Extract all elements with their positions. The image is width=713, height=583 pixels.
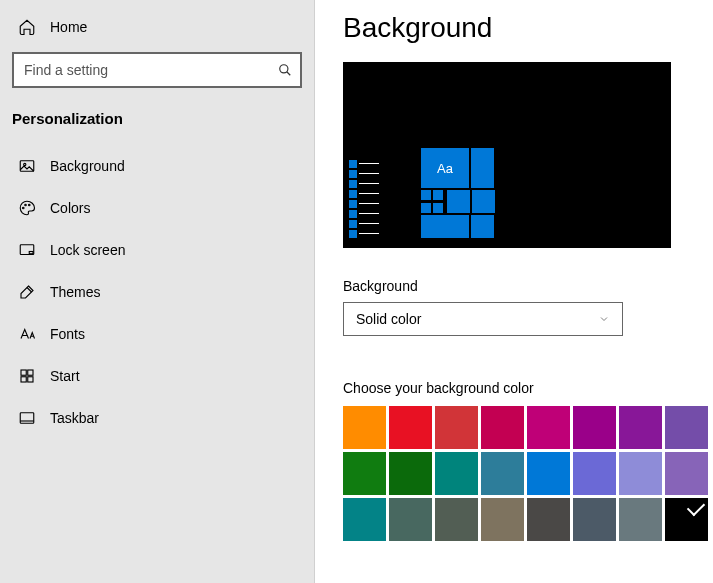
search-input[interactable] — [12, 52, 302, 88]
home-icon — [18, 18, 36, 36]
themes-icon — [18, 283, 36, 301]
color-swatch[interactable] — [389, 406, 432, 449]
svg-rect-10 — [28, 370, 33, 375]
start-icon — [18, 367, 36, 385]
sidebar-item-background[interactable]: Background — [0, 145, 314, 187]
svg-rect-7 — [20, 245, 34, 255]
svg-line-1 — [287, 72, 291, 76]
svg-rect-8 — [29, 252, 33, 254]
search-wrap — [12, 52, 302, 88]
color-swatch[interactable] — [389, 498, 432, 541]
color-section-label: Choose your background color — [343, 380, 685, 396]
home-label: Home — [50, 19, 87, 35]
dropdown-value: Solid color — [356, 311, 421, 327]
color-swatch[interactable] — [481, 406, 524, 449]
svg-rect-9 — [21, 370, 26, 375]
svg-rect-12 — [28, 377, 33, 382]
settings-sidebar: Home Personalization Background Colors L… — [0, 0, 315, 583]
sidebar-item-label: Start — [50, 368, 80, 384]
color-swatch[interactable] — [343, 498, 386, 541]
sidebar-item-taskbar[interactable]: Taskbar — [0, 397, 314, 439]
preview-start-list — [349, 159, 379, 238]
sidebar-item-label: Fonts — [50, 326, 85, 342]
color-swatch[interactable] — [343, 452, 386, 495]
chevron-down-icon — [598, 313, 610, 325]
preview-sample-tile: Aa — [421, 148, 469, 188]
lockscreen-icon — [18, 241, 36, 259]
sidebar-item-label: Themes — [50, 284, 101, 300]
color-swatch[interactable] — [619, 452, 662, 495]
sidebar-item-label: Colors — [50, 200, 90, 216]
svg-point-4 — [23, 207, 25, 209]
sidebar-item-label: Taskbar — [50, 410, 99, 426]
desktop-preview: Aa — [343, 62, 671, 248]
svg-point-5 — [25, 204, 27, 206]
sidebar-item-colors[interactable]: Colors — [0, 187, 314, 229]
sidebar-item-themes[interactable]: Themes — [0, 271, 314, 313]
color-swatch[interactable] — [527, 452, 570, 495]
color-swatch[interactable] — [343, 406, 386, 449]
image-icon — [18, 157, 36, 175]
background-dropdown[interactable]: Solid color — [343, 302, 623, 336]
color-swatch[interactable] — [435, 452, 478, 495]
page-title: Background — [343, 12, 685, 44]
svg-point-0 — [280, 65, 288, 73]
main-content: Background Aa — [315, 0, 713, 583]
background-field-label: Background — [343, 278, 685, 294]
color-swatch[interactable] — [619, 498, 662, 541]
section-title: Personalization — [0, 96, 314, 145]
color-swatch-grid — [343, 406, 713, 541]
color-swatch[interactable] — [527, 406, 570, 449]
svg-rect-11 — [21, 377, 26, 382]
svg-point-6 — [29, 204, 31, 206]
color-swatch[interactable] — [573, 452, 616, 495]
sidebar-item-lockscreen[interactable]: Lock screen — [0, 229, 314, 271]
home-nav[interactable]: Home — [0, 12, 314, 48]
color-swatch[interactable] — [573, 498, 616, 541]
search-icon — [278, 63, 292, 77]
fonts-icon — [18, 325, 36, 343]
sidebar-item-start[interactable]: Start — [0, 355, 314, 397]
color-swatch[interactable] — [573, 406, 616, 449]
color-swatch[interactable] — [665, 452, 708, 495]
sidebar-item-label: Lock screen — [50, 242, 125, 258]
color-swatch[interactable] — [665, 406, 708, 449]
sidebar-item-fonts[interactable]: Fonts — [0, 313, 314, 355]
color-swatch[interactable] — [435, 406, 478, 449]
color-swatch[interactable] — [619, 406, 662, 449]
nav-list: Background Colors Lock screen Themes Fon… — [0, 145, 314, 439]
taskbar-icon — [18, 409, 36, 427]
palette-icon — [18, 199, 36, 217]
color-swatch[interactable] — [527, 498, 570, 541]
color-swatch[interactable] — [389, 452, 432, 495]
preview-start-tiles: Aa — [421, 148, 495, 238]
color-swatch[interactable] — [665, 498, 708, 541]
color-swatch[interactable] — [435, 498, 478, 541]
color-swatch[interactable] — [481, 498, 524, 541]
sidebar-item-label: Background — [50, 158, 125, 174]
color-swatch[interactable] — [481, 452, 524, 495]
svg-rect-13 — [20, 413, 34, 424]
